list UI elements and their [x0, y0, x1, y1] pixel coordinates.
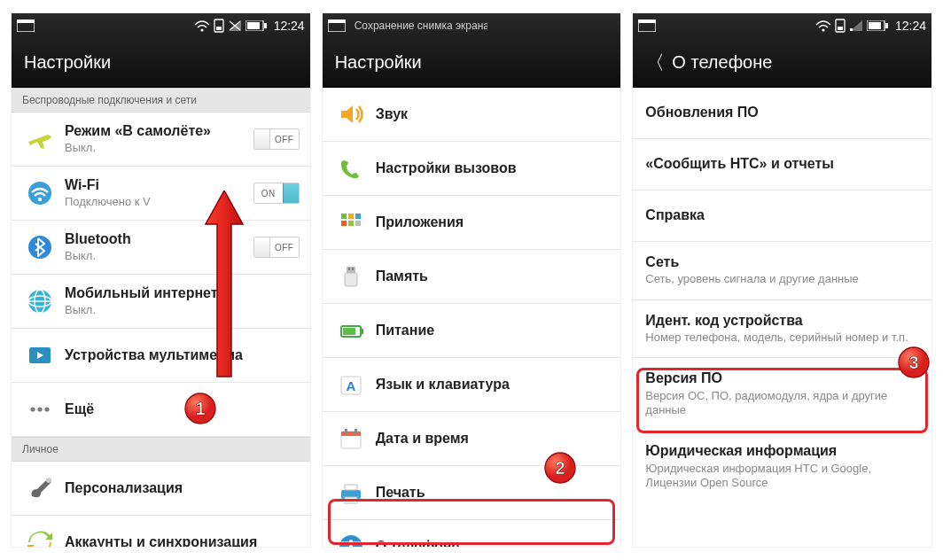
row-bluetooth[interactable]: Bluetooth Выкл. OFF [12, 221, 310, 275]
battery-icon [867, 20, 888, 31]
row-personalize[interactable]: Персонализация [12, 462, 310, 516]
bt-toggle[interactable]: OFF [253, 237, 300, 258]
svg-rect-40 [361, 329, 363, 334]
row-hardware-id[interactable]: Идент. код устройства Номер телефона, мо… [633, 300, 931, 359]
about-label: О телефоне [376, 539, 611, 548]
airplane-icon [20, 121, 59, 157]
row-help[interactable]: Справка [633, 191, 931, 242]
svg-rect-4 [216, 27, 222, 30]
row-print[interactable]: Печать [323, 466, 621, 520]
usb-icon [331, 259, 370, 294]
row-apps[interactable]: Приложения [323, 196, 621, 250]
status-notification: Сохранение снимка экрана... [355, 19, 487, 32]
svg-point-2 [200, 28, 203, 31]
row-wifi[interactable]: Wi-Fi Подключено к V ON [12, 167, 310, 221]
sim-icon [835, 19, 846, 33]
wifi-icon [815, 19, 831, 32]
airplane-label: Режим «В самолёте» [65, 123, 248, 139]
title-bar: Настройки [12, 38, 310, 88]
row-about-phone[interactable]: О телефоне [323, 520, 621, 548]
status-bar: 12:24 [12, 13, 310, 38]
svg-rect-30 [355, 214, 361, 219]
svg-rect-35 [345, 273, 357, 286]
apps-label: Приложения [376, 214, 611, 230]
battery-icon [245, 20, 267, 31]
svg-rect-27 [328, 19, 346, 23]
back-chevron-icon[interactable]: 〈 [645, 50, 665, 76]
svg-rect-8 [247, 22, 260, 29]
svg-rect-34 [347, 267, 355, 273]
row-power[interactable]: Питание [323, 304, 621, 358]
no-signal-icon [228, 19, 242, 32]
airplane-toggle[interactable]: OFF [253, 128, 300, 150]
row-software-version[interactable]: Версия ПО Версия ОС, ПО, радиомодуля, яд… [633, 358, 931, 431]
title-bar: Настройки [323, 38, 621, 88]
row-airplane[interactable]: Режим «В самолёте» Выкл. OFF [12, 113, 310, 167]
svg-point-11 [38, 198, 42, 201]
row-tell-htc[interactable]: «Сообщить HTC» и отчеты [633, 139, 931, 191]
more-label: Ещё [65, 401, 300, 417]
svg-rect-32 [348, 221, 354, 226]
power-label: Питание [376, 323, 611, 338]
svg-point-20 [37, 407, 42, 411]
sound-label: Звук [376, 106, 611, 122]
row-media-devices[interactable]: Устройства мультимедиа [12, 329, 310, 383]
svg-rect-28 [341, 214, 347, 219]
svg-rect-44 [341, 432, 361, 436]
info-icon [331, 529, 370, 548]
svg-rect-48 [345, 485, 357, 490]
svg-rect-29 [348, 214, 354, 219]
globe-icon [20, 284, 59, 319]
apps-grid-icon [331, 205, 370, 240]
svg-rect-33 [355, 221, 361, 226]
row-legal[interactable]: Юридическая информация Юридическая инфор… [633, 431, 931, 502]
title-bar[interactable]: 〈 О телефоне [633, 38, 931, 88]
svg-point-51 [349, 540, 353, 543]
mobile-label: Мобильный интернет [65, 285, 300, 301]
phone-screen-1: 12:24 Настройки Беспроводные подключения… [11, 12, 311, 548]
phone-icon [331, 151, 370, 186]
row-more[interactable]: Ещё [12, 383, 310, 437]
row-mobile-data[interactable]: Мобильный интернет Выкл. [12, 275, 310, 329]
row-sound[interactable]: Звук [323, 88, 621, 142]
bt-sub: Выкл. [65, 249, 248, 263]
lang-label: Язык и клавиатура [376, 377, 611, 393]
wifi-icon [194, 19, 210, 32]
bluetooth-icon [20, 229, 59, 265]
print-label: Печать [376, 485, 611, 501]
svg-rect-52 [349, 545, 353, 548]
printer-icon [331, 475, 370, 510]
row-datetime[interactable]: Дата и время [323, 412, 621, 466]
section-header-personal: Личное [12, 437, 310, 462]
svg-rect-60 [850, 28, 853, 31]
bt-label: Bluetooth [65, 231, 248, 247]
window-icon [17, 19, 35, 32]
wifi-toggle[interactable]: ON [253, 183, 300, 204]
svg-rect-1 [17, 19, 35, 23]
status-bar: 12:24 [633, 13, 931, 38]
svg-rect-45 [345, 429, 347, 433]
row-accounts[interactable]: Аккаунты и синхронизация [12, 516, 310, 548]
battery-row-icon [331, 313, 370, 348]
row-language[interactable]: A Язык и клавиатура [323, 358, 621, 412]
wifi-label: Wi-Fi [65, 177, 248, 193]
row-network[interactable]: Сеть Сеть, уровень сигнала и другие данн… [633, 242, 931, 300]
personalize-label: Персонализация [65, 480, 300, 496]
phone-screen-2: Сохранение снимка экрана... Настройки Зв… [322, 12, 622, 548]
row-call-settings[interactable]: Настройки вызовов [323, 142, 621, 196]
clock: 12:24 [274, 19, 305, 33]
svg-point-21 [44, 407, 49, 411]
sync-icon [20, 525, 59, 548]
svg-rect-37 [352, 268, 354, 270]
calendar-icon [331, 421, 370, 456]
svg-rect-62 [869, 22, 881, 29]
storage-label: Память [376, 268, 611, 284]
sim-icon [214, 19, 224, 33]
svg-rect-9 [264, 23, 267, 28]
svg-rect-63 [885, 23, 888, 28]
more-dots-icon [20, 392, 59, 427]
row-software-updates[interactable]: Обновления ПО [633, 88, 931, 139]
row-storage[interactable]: Память [323, 250, 621, 304]
svg-point-19 [30, 407, 35, 411]
page-title: Настройки [24, 52, 111, 73]
